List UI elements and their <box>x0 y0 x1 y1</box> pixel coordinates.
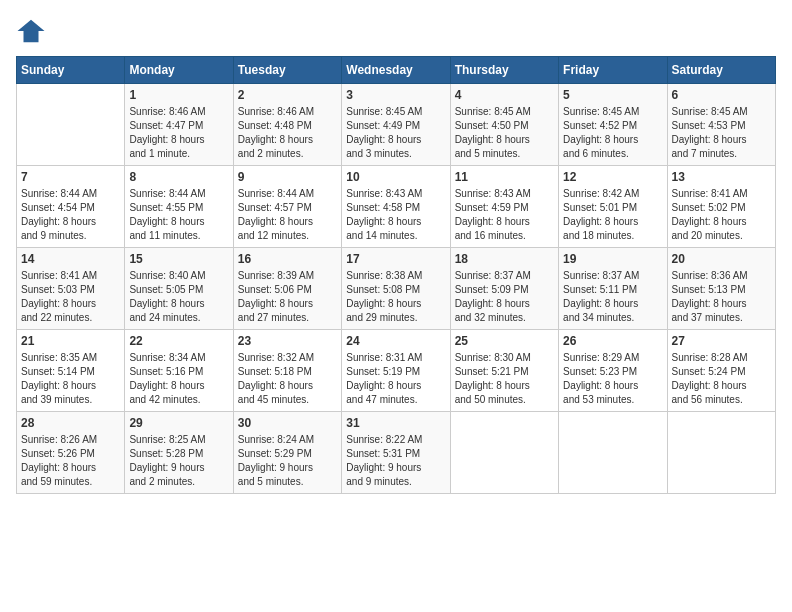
calendar-cell: 7Sunrise: 8:44 AM Sunset: 4:54 PM Daylig… <box>17 166 125 248</box>
day-info: Sunrise: 8:45 AM Sunset: 4:49 PM Dayligh… <box>346 105 445 161</box>
calendar-cell: 6Sunrise: 8:45 AM Sunset: 4:53 PM Daylig… <box>667 84 775 166</box>
day-number: 5 <box>563 88 662 102</box>
day-header-saturday: Saturday <box>667 57 775 84</box>
calendar-cell: 19Sunrise: 8:37 AM Sunset: 5:11 PM Dayli… <box>559 248 667 330</box>
calendar-cell: 27Sunrise: 8:28 AM Sunset: 5:24 PM Dayli… <box>667 330 775 412</box>
day-info: Sunrise: 8:28 AM Sunset: 5:24 PM Dayligh… <box>672 351 771 407</box>
day-info: Sunrise: 8:43 AM Sunset: 4:58 PM Dayligh… <box>346 187 445 243</box>
calendar-cell <box>450 412 558 494</box>
day-header-friday: Friday <box>559 57 667 84</box>
days-header-row: SundayMondayTuesdayWednesdayThursdayFrid… <box>17 57 776 84</box>
calendar-cell: 2Sunrise: 8:46 AM Sunset: 4:48 PM Daylig… <box>233 84 341 166</box>
calendar-cell: 10Sunrise: 8:43 AM Sunset: 4:58 PM Dayli… <box>342 166 450 248</box>
day-number: 10 <box>346 170 445 184</box>
day-info: Sunrise: 8:32 AM Sunset: 5:18 PM Dayligh… <box>238 351 337 407</box>
calendar-cell: 18Sunrise: 8:37 AM Sunset: 5:09 PM Dayli… <box>450 248 558 330</box>
day-info: Sunrise: 8:46 AM Sunset: 4:48 PM Dayligh… <box>238 105 337 161</box>
day-number: 1 <box>129 88 228 102</box>
calendar-cell: 3Sunrise: 8:45 AM Sunset: 4:49 PM Daylig… <box>342 84 450 166</box>
calendar-cell <box>17 84 125 166</box>
day-number: 9 <box>238 170 337 184</box>
day-number: 22 <box>129 334 228 348</box>
day-number: 2 <box>238 88 337 102</box>
calendar-cell: 11Sunrise: 8:43 AM Sunset: 4:59 PM Dayli… <box>450 166 558 248</box>
day-number: 21 <box>21 334 120 348</box>
day-info: Sunrise: 8:45 AM Sunset: 4:50 PM Dayligh… <box>455 105 554 161</box>
calendar-cell: 13Sunrise: 8:41 AM Sunset: 5:02 PM Dayli… <box>667 166 775 248</box>
day-number: 7 <box>21 170 120 184</box>
logo-icon <box>16 16 46 46</box>
day-number: 17 <box>346 252 445 266</box>
day-number: 27 <box>672 334 771 348</box>
day-info: Sunrise: 8:24 AM Sunset: 5:29 PM Dayligh… <box>238 433 337 489</box>
calendar-cell: 31Sunrise: 8:22 AM Sunset: 5:31 PM Dayli… <box>342 412 450 494</box>
calendar-cell: 26Sunrise: 8:29 AM Sunset: 5:23 PM Dayli… <box>559 330 667 412</box>
day-info: Sunrise: 8:45 AM Sunset: 4:53 PM Dayligh… <box>672 105 771 161</box>
day-number: 25 <box>455 334 554 348</box>
day-number: 20 <box>672 252 771 266</box>
day-info: Sunrise: 8:44 AM Sunset: 4:55 PM Dayligh… <box>129 187 228 243</box>
day-header-monday: Monday <box>125 57 233 84</box>
day-info: Sunrise: 8:38 AM Sunset: 5:08 PM Dayligh… <box>346 269 445 325</box>
day-info: Sunrise: 8:41 AM Sunset: 5:03 PM Dayligh… <box>21 269 120 325</box>
calendar-cell: 21Sunrise: 8:35 AM Sunset: 5:14 PM Dayli… <box>17 330 125 412</box>
day-number: 18 <box>455 252 554 266</box>
day-number: 15 <box>129 252 228 266</box>
day-info: Sunrise: 8:26 AM Sunset: 5:26 PM Dayligh… <box>21 433 120 489</box>
day-info: Sunrise: 8:43 AM Sunset: 4:59 PM Dayligh… <box>455 187 554 243</box>
calendar-cell: 5Sunrise: 8:45 AM Sunset: 4:52 PM Daylig… <box>559 84 667 166</box>
day-number: 29 <box>129 416 228 430</box>
day-header-wednesday: Wednesday <box>342 57 450 84</box>
day-info: Sunrise: 8:41 AM Sunset: 5:02 PM Dayligh… <box>672 187 771 243</box>
calendar-cell: 20Sunrise: 8:36 AM Sunset: 5:13 PM Dayli… <box>667 248 775 330</box>
day-number: 8 <box>129 170 228 184</box>
calendar-cell: 14Sunrise: 8:41 AM Sunset: 5:03 PM Dayli… <box>17 248 125 330</box>
day-number: 16 <box>238 252 337 266</box>
day-number: 12 <box>563 170 662 184</box>
day-info: Sunrise: 8:39 AM Sunset: 5:06 PM Dayligh… <box>238 269 337 325</box>
day-number: 14 <box>21 252 120 266</box>
day-number: 30 <box>238 416 337 430</box>
day-info: Sunrise: 8:37 AM Sunset: 5:09 PM Dayligh… <box>455 269 554 325</box>
calendar-cell: 28Sunrise: 8:26 AM Sunset: 5:26 PM Dayli… <box>17 412 125 494</box>
calendar-cell <box>559 412 667 494</box>
day-number: 6 <box>672 88 771 102</box>
week-row-5: 28Sunrise: 8:26 AM Sunset: 5:26 PM Dayli… <box>17 412 776 494</box>
calendar-cell: 1Sunrise: 8:46 AM Sunset: 4:47 PM Daylig… <box>125 84 233 166</box>
calendar-cell: 17Sunrise: 8:38 AM Sunset: 5:08 PM Dayli… <box>342 248 450 330</box>
day-info: Sunrise: 8:46 AM Sunset: 4:47 PM Dayligh… <box>129 105 228 161</box>
day-info: Sunrise: 8:35 AM Sunset: 5:14 PM Dayligh… <box>21 351 120 407</box>
day-number: 4 <box>455 88 554 102</box>
day-info: Sunrise: 8:22 AM Sunset: 5:31 PM Dayligh… <box>346 433 445 489</box>
day-info: Sunrise: 8:37 AM Sunset: 5:11 PM Dayligh… <box>563 269 662 325</box>
day-number: 11 <box>455 170 554 184</box>
day-info: Sunrise: 8:40 AM Sunset: 5:05 PM Dayligh… <box>129 269 228 325</box>
calendar-cell: 23Sunrise: 8:32 AM Sunset: 5:18 PM Dayli… <box>233 330 341 412</box>
day-info: Sunrise: 8:31 AM Sunset: 5:19 PM Dayligh… <box>346 351 445 407</box>
calendar-cell: 16Sunrise: 8:39 AM Sunset: 5:06 PM Dayli… <box>233 248 341 330</box>
calendar-cell: 25Sunrise: 8:30 AM Sunset: 5:21 PM Dayli… <box>450 330 558 412</box>
day-number: 26 <box>563 334 662 348</box>
calendar-cell <box>667 412 775 494</box>
calendar-cell: 24Sunrise: 8:31 AM Sunset: 5:19 PM Dayli… <box>342 330 450 412</box>
day-info: Sunrise: 8:36 AM Sunset: 5:13 PM Dayligh… <box>672 269 771 325</box>
calendar-table: SundayMondayTuesdayWednesdayThursdayFrid… <box>16 56 776 494</box>
day-number: 13 <box>672 170 771 184</box>
day-info: Sunrise: 8:42 AM Sunset: 5:01 PM Dayligh… <box>563 187 662 243</box>
logo <box>16 16 50 46</box>
day-header-tuesday: Tuesday <box>233 57 341 84</box>
day-info: Sunrise: 8:44 AM Sunset: 4:57 PM Dayligh… <box>238 187 337 243</box>
day-info: Sunrise: 8:29 AM Sunset: 5:23 PM Dayligh… <box>563 351 662 407</box>
calendar-cell: 15Sunrise: 8:40 AM Sunset: 5:05 PM Dayli… <box>125 248 233 330</box>
day-info: Sunrise: 8:25 AM Sunset: 5:28 PM Dayligh… <box>129 433 228 489</box>
calendar-cell: 22Sunrise: 8:34 AM Sunset: 5:16 PM Dayli… <box>125 330 233 412</box>
calendar-cell: 4Sunrise: 8:45 AM Sunset: 4:50 PM Daylig… <box>450 84 558 166</box>
calendar-cell: 9Sunrise: 8:44 AM Sunset: 4:57 PM Daylig… <box>233 166 341 248</box>
page-header <box>16 16 776 46</box>
calendar-cell: 29Sunrise: 8:25 AM Sunset: 5:28 PM Dayli… <box>125 412 233 494</box>
day-info: Sunrise: 8:44 AM Sunset: 4:54 PM Dayligh… <box>21 187 120 243</box>
week-row-3: 14Sunrise: 8:41 AM Sunset: 5:03 PM Dayli… <box>17 248 776 330</box>
day-number: 31 <box>346 416 445 430</box>
day-number: 3 <box>346 88 445 102</box>
day-header-thursday: Thursday <box>450 57 558 84</box>
